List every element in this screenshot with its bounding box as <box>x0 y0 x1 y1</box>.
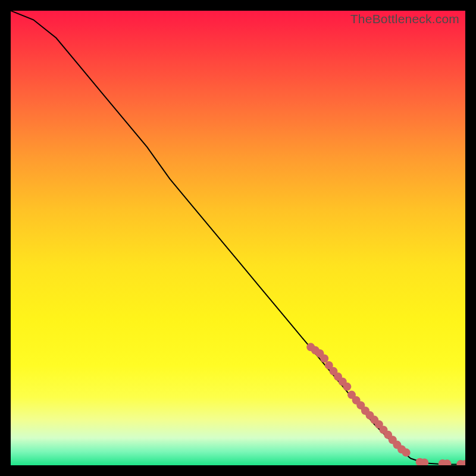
plot-area: TheBottleneck.com <box>11 11 465 465</box>
data-point <box>402 449 411 457</box>
data-point <box>320 354 328 362</box>
curve-line <box>11 11 465 464</box>
chart-svg <box>11 11 465 465</box>
data-point <box>343 383 351 391</box>
chart-frame: TheBottleneck.com <box>0 0 476 476</box>
